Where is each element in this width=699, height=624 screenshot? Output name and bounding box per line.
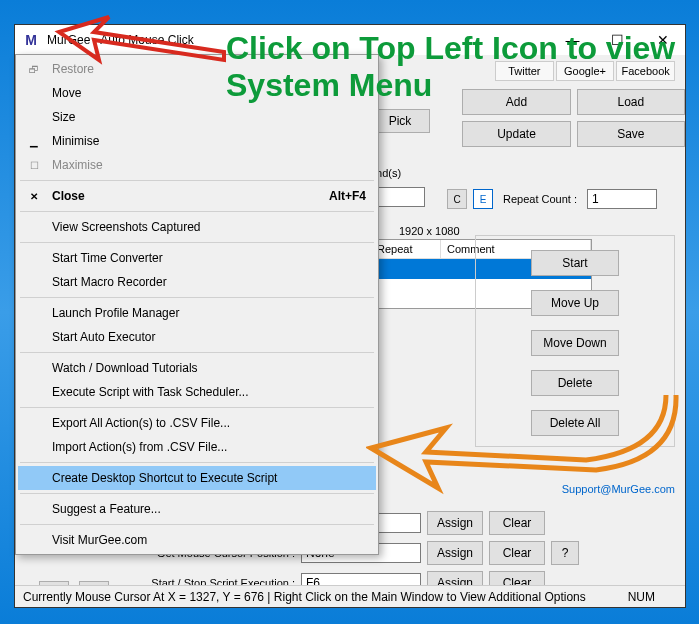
- move-up-button[interactable]: Move Up: [531, 290, 619, 316]
- window-title: MurGee - Auto Mouse Click: [47, 33, 194, 47]
- assign-button-2[interactable]: Assign: [427, 541, 483, 565]
- menu-item-suggest-a-feature[interactable]: Suggest a Feature...: [18, 497, 376, 521]
- window-controls: — ☐ ✕: [550, 25, 685, 55]
- menu-separator: [20, 524, 374, 525]
- close-button[interactable]: ✕: [640, 25, 685, 55]
- menu-item-visit-murgee-com[interactable]: Visit MurGee.com: [18, 528, 376, 552]
- menu-item-execute-script-with-task-scheduler[interactable]: Execute Script with Task Scheduler...: [18, 380, 376, 404]
- app-icon[interactable]: M: [23, 32, 39, 48]
- move-down-button[interactable]: Move Down: [531, 330, 619, 356]
- menu-separator: [20, 352, 374, 353]
- maximise-icon: ☐: [26, 157, 42, 173]
- minimize-button[interactable]: —: [550, 25, 595, 55]
- help-button[interactable]: ?: [551, 541, 579, 565]
- start-button[interactable]: Start: [531, 250, 619, 276]
- repeat-row: C E Repeat Count :: [447, 189, 657, 209]
- menu-item-minimise[interactable]: Minimise▁: [18, 129, 376, 153]
- menu-item-start-macro-recorder[interactable]: Start Macro Recorder: [18, 270, 376, 294]
- menu-item-import-action-s-from-csv-file[interactable]: Import Action(s) from .CSV File...: [18, 435, 376, 459]
- right-column: Twitter Google+ Facebook: [495, 61, 675, 85]
- save-button[interactable]: Save: [577, 121, 685, 147]
- menu-item-launch-profile-manager[interactable]: Launch Profile Manager: [18, 301, 376, 325]
- titlebar[interactable]: M MurGee - Auto Mouse Click — ☐ ✕: [15, 25, 685, 55]
- restore-icon: 🗗: [26, 61, 42, 77]
- menu-item-start-time-converter[interactable]: Start Time Converter: [18, 246, 376, 270]
- support-link[interactable]: Support@MurGee.com: [562, 483, 675, 495]
- menu-item-close[interactable]: Close✕Alt+F4: [18, 184, 376, 208]
- menu-separator: [20, 180, 374, 181]
- menu-item-view-screenshots-captured[interactable]: View Screenshots Captured: [18, 215, 376, 239]
- assign-button-1[interactable]: Assign: [427, 511, 483, 535]
- delete-button[interactable]: Delete: [531, 370, 619, 396]
- add-button[interactable]: Add: [462, 89, 570, 115]
- e-button[interactable]: E: [473, 189, 493, 209]
- action-group: Start Move Up Move Down Delete Delete Al…: [475, 235, 675, 447]
- screen-resolution-label: 1920 x 1080: [395, 223, 464, 239]
- minimise-icon: ▁: [26, 133, 42, 149]
- menu-item-create-desktop-shortcut-to-execute-script[interactable]: Create Desktop Shortcut to Execute Scrip…: [18, 466, 376, 490]
- clear-button-1[interactable]: Clear: [489, 511, 545, 535]
- tab-twitter[interactable]: Twitter: [495, 61, 554, 81]
- menu-separator: [20, 493, 374, 494]
- numlock-indicator: NUM: [628, 590, 655, 604]
- repeat-count-input[interactable]: [587, 189, 657, 209]
- delete-all-button[interactable]: Delete All: [531, 410, 619, 436]
- tab-google[interactable]: Google+: [556, 61, 615, 81]
- clear-button-2[interactable]: Clear: [489, 541, 545, 565]
- tab-facebook[interactable]: Facebook: [616, 61, 675, 81]
- update-button[interactable]: Update: [462, 121, 570, 147]
- repeat-count-label: Repeat Count :: [499, 191, 581, 207]
- statusbar: Currently Mouse Cursor At X = 1327, Y = …: [15, 585, 685, 607]
- menu-shortcut: Alt+F4: [329, 189, 366, 203]
- load-button[interactable]: Load: [577, 89, 685, 115]
- menu-separator: [20, 211, 374, 212]
- status-text: Currently Mouse Cursor At X = 1327, Y = …: [23, 590, 586, 604]
- menu-separator: [20, 462, 374, 463]
- menu-item-restore: Restore🗗: [18, 57, 376, 81]
- menu-item-watch-download-tutorials[interactable]: Watch / Download Tutorials: [18, 356, 376, 380]
- action-buttons: Add Load Update Save: [370, 89, 685, 147]
- menu-separator: [20, 242, 374, 243]
- menu-item-maximise: Maximise☐: [18, 153, 376, 177]
- menu-item-export-all-action-s-to-csv-file[interactable]: Export All Action(s) to .CSV File...: [18, 411, 376, 435]
- social-tabs: Twitter Google+ Facebook: [495, 61, 675, 81]
- col-repeat[interactable]: Repeat: [371, 240, 441, 258]
- menu-separator: [20, 297, 374, 298]
- system-menu[interactable]: Restore🗗MoveSizeMinimise▁Maximise☐Close✕…: [15, 54, 379, 555]
- c-button[interactable]: C: [447, 189, 467, 209]
- menu-item-move[interactable]: Move: [18, 81, 376, 105]
- menu-separator: [20, 407, 374, 408]
- menu-item-start-auto-executor[interactable]: Start Auto Executor: [18, 325, 376, 349]
- close-icon: ✕: [26, 188, 42, 204]
- menu-item-size[interactable]: Size: [18, 105, 376, 129]
- maximize-button[interactable]: ☐: [595, 25, 640, 55]
